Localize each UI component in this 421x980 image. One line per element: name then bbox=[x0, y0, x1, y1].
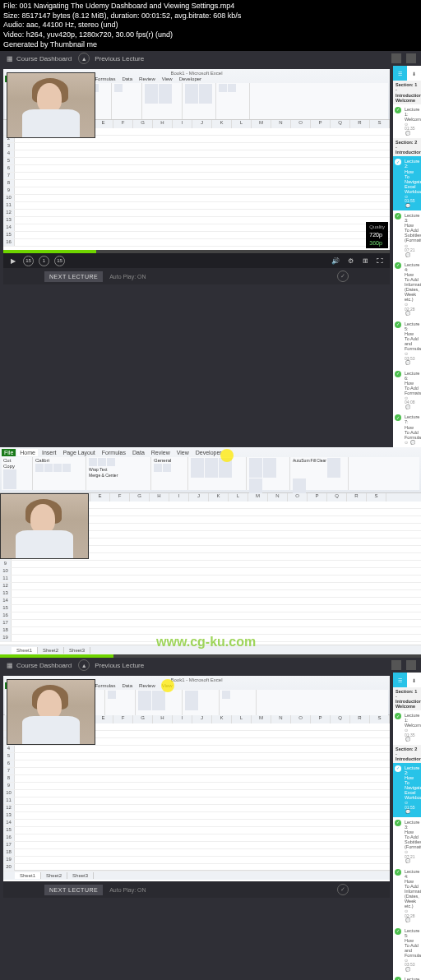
presenter-webcam bbox=[7, 72, 95, 138]
lecture-item[interactable]: ✓Lecture 2: How To Navigate Excel Workbo… bbox=[393, 763, 421, 817]
video-controls: ▶ 15 1 15 🔊 ⚙ ⊞ ⛶ bbox=[3, 253, 390, 268]
lecture-item[interactable]: ✓Lecture 3: How To Add Subtitles (Format… bbox=[393, 210, 421, 260]
course-sidebar-3: ☰ ⬇ Section: 1 - Introduction Welcome✓Le… bbox=[393, 673, 421, 980]
thumbnail-panel-2: File Home Insert Page Layout Formulas Da… bbox=[0, 447, 421, 658]
meta-file: File: 001 Navigating The Udemy Dashboard… bbox=[3, 2, 418, 12]
meta-audio: Audio: aac, 44100 Hz, stereo (und) bbox=[3, 21, 418, 30]
complete-check-3[interactable]: ✓ bbox=[337, 884, 349, 895]
section-header: Section: 1 - Introduction Welcome bbox=[393, 687, 421, 710]
cc-icon[interactable]: ⊞ bbox=[360, 256, 370, 266]
lecture-item[interactable]: ✓Lecture 4: How To Add Information (Date… bbox=[393, 260, 421, 319]
excel-ribbon-2: File Home Insert Page Layout Formulas Da… bbox=[0, 447, 421, 493]
check-icon: ✓ bbox=[395, 159, 401, 165]
lecture-item[interactable]: ✓Lecture 1: Welcome⊙ 01:35 💬 bbox=[393, 104, 421, 139]
sidebar-tab-download[interactable]: ⬇ bbox=[407, 66, 421, 81]
prev-seek-icon-3[interactable]: ▲ bbox=[78, 659, 90, 671]
check-icon: ✓ bbox=[395, 928, 401, 935]
course-dashboard-link[interactable]: ▦ Course Dashboard bbox=[0, 55, 78, 62]
video-frame-3[interactable]: Book1 - Microsoft Excel File Home Insert… bbox=[3, 676, 390, 881]
presenter-webcam-3 bbox=[7, 679, 95, 745]
quality-720p[interactable]: 720p bbox=[369, 231, 385, 239]
settings-icon[interactable]: ⚙ bbox=[345, 256, 355, 266]
check-icon: ✓ bbox=[395, 414, 401, 421]
check-icon: ✓ bbox=[395, 321, 401, 328]
sheet-tab-3[interactable]: Sheet3 bbox=[64, 647, 90, 654]
tab-developer[interactable]: Developer bbox=[177, 76, 204, 82]
topbar-icon-2[interactable] bbox=[406, 53, 416, 63]
lecture-item[interactable]: ✓Lecture 4: How To Add Information (Date… bbox=[393, 867, 421, 926]
check-icon: ✓ bbox=[395, 213, 401, 220]
next-lecture-button[interactable]: NEXT LECTURE bbox=[44, 271, 103, 282]
thumbnail-panel-1: ▦ Course Dashboard ▲ Previous Lecture Bo… bbox=[0, 51, 421, 447]
next-lecture-bar: NEXT LECTURE Auto Play: ON ✓ bbox=[3, 268, 390, 284]
section-header: Section: 1 - Introduction Welcome bbox=[393, 81, 421, 104]
sidebar-tab-list-3[interactable]: ☰ bbox=[393, 673, 407, 687]
previous-lecture-link[interactable]: Previous Lecture bbox=[90, 55, 149, 62]
next-lecture-button-3[interactable]: NEXT LECTURE bbox=[44, 885, 103, 895]
autoplay-toggle[interactable]: Auto Play: ON bbox=[109, 274, 146, 280]
check-icon: ✓ bbox=[395, 869, 401, 876]
lecture-item[interactable]: ✓Lecture 5: How To Add and Formulae⊙ 03:… bbox=[393, 319, 421, 368]
course-sidebar: ☰ ⬇ Section: 1 - Introduction Welcome✓Le… bbox=[393, 66, 421, 447]
prev-seek-icon[interactable]: ▲ bbox=[78, 53, 90, 64]
complete-check[interactable]: ✓ bbox=[337, 270, 349, 282]
lecture-item[interactable]: ✓Lecture 2: How To Navigate Excel Workbo… bbox=[393, 156, 421, 210]
tab-review[interactable]: Review bbox=[136, 76, 158, 82]
lecture-item[interactable]: ✓Lecture 6: How To Add Formats⊙ 04:08 💬 bbox=[393, 974, 421, 980]
check-icon: ✓ bbox=[395, 371, 401, 377]
video-frame[interactable]: Book1 - Microsoft Excel File Home Insert… bbox=[3, 69, 390, 250]
video-progress[interactable] bbox=[3, 250, 390, 253]
course-topbar: ▦ Course Dashboard ▲ Previous Lecture bbox=[0, 51, 421, 66]
sheet-tab-1[interactable]: Sheet1 bbox=[12, 647, 38, 654]
quality-title: Quality bbox=[369, 224, 385, 230]
section-header: Section: 2 - Introduction bbox=[393, 745, 421, 763]
lecture-item[interactable]: ✓Lecture 6: How To Add Formats⊙ 04:08 💬 bbox=[393, 368, 421, 413]
check-icon: ✓ bbox=[395, 977, 401, 980]
lecture-item[interactable]: ✓Lecture 5: How To Add and Formulae⊙ 03:… bbox=[393, 926, 421, 975]
volume-icon[interactable]: 🔊 bbox=[331, 256, 340, 266]
play-button[interactable]: ▶ bbox=[8, 256, 18, 266]
sheet-tabs-bar: Sheet1 Sheet2 Sheet3 bbox=[0, 645, 421, 654]
video-area: Book1 - Microsoft Excel File Home Insert… bbox=[0, 66, 393, 447]
next-lecture-bar-3: NEXT LECTURE Auto Play: ON ✓ bbox=[3, 881, 390, 898]
previous-lecture-link-3[interactable]: Previous Lecture bbox=[90, 662, 149, 669]
check-icon: ✓ bbox=[395, 107, 401, 113]
tab-view[interactable]: View bbox=[160, 76, 175, 82]
lecture-item[interactable]: ✓Lecture 7: How To Add Formula⊙ 💬 bbox=[393, 412, 421, 447]
tab-data[interactable]: Data bbox=[119, 76, 135, 82]
tab-formulas[interactable]: Formulas bbox=[92, 76, 118, 82]
sidebar-tab-download-3[interactable]: ⬇ bbox=[407, 673, 421, 687]
rewind-15[interactable]: 15 bbox=[23, 256, 34, 266]
check-icon: ✓ bbox=[395, 820, 401, 826]
thumbnail-panel-3: ▦ Course Dashboard ▲ Previous Lecture Bo… bbox=[0, 658, 421, 980]
quality-360p[interactable]: 360p bbox=[369, 239, 385, 247]
lecture-item[interactable]: ✓Lecture 3: How To Add Subtitles (Format… bbox=[393, 817, 421, 867]
check-icon: ✓ bbox=[395, 713, 401, 719]
topbar-icon-1[interactable] bbox=[391, 53, 401, 63]
video-area-3: Book1 - Microsoft Excel File Home Insert… bbox=[0, 673, 393, 980]
sheet-tab-2[interactable]: Sheet2 bbox=[38, 647, 64, 654]
fullscreen-icon[interactable]: ⛶ bbox=[375, 256, 385, 266]
presenter-webcam-2 bbox=[0, 493, 89, 559]
course-dashboard-link-3[interactable]: ▦ Course Dashboard bbox=[0, 662, 78, 669]
sidebar-tab-list[interactable]: ☰ bbox=[393, 66, 407, 81]
forward-15[interactable]: 15 bbox=[54, 256, 65, 266]
course-topbar-3: ▦ Course Dashboard ▲ Previous Lecture bbox=[0, 658, 421, 673]
section-header: Section: 2 - Introduction bbox=[393, 138, 421, 156]
meta-video: Video: h264, yuv420p, 1280x720, 30.00 fp… bbox=[3, 30, 418, 40]
paste-button-2[interactable] bbox=[3, 469, 16, 489]
playback-speed[interactable]: 1 bbox=[39, 256, 49, 266]
file-metadata: File: 001 Navigating The Udemy Dashboard… bbox=[0, 0, 421, 51]
lecture-item[interactable]: ✓Lecture 1: Welcome⊙ 01:35 💬 bbox=[393, 710, 421, 745]
meta-gen: Generated by Thumbnail me bbox=[3, 40, 418, 50]
meta-size: Size: 8517147 bytes (8.12 MiB), duration… bbox=[3, 12, 418, 21]
check-icon: ✓ bbox=[395, 765, 401, 772]
excel-window-full: File Home Insert Page Layout Formulas Da… bbox=[0, 447, 421, 658]
check-icon: ✓ bbox=[395, 262, 401, 269]
quality-menu[interactable]: Quality 720p 360p bbox=[366, 222, 388, 248]
excel-grid[interactable]: ABCDEFGHIJKLMNOPQRS 12345678910111213141… bbox=[3, 120, 390, 250]
